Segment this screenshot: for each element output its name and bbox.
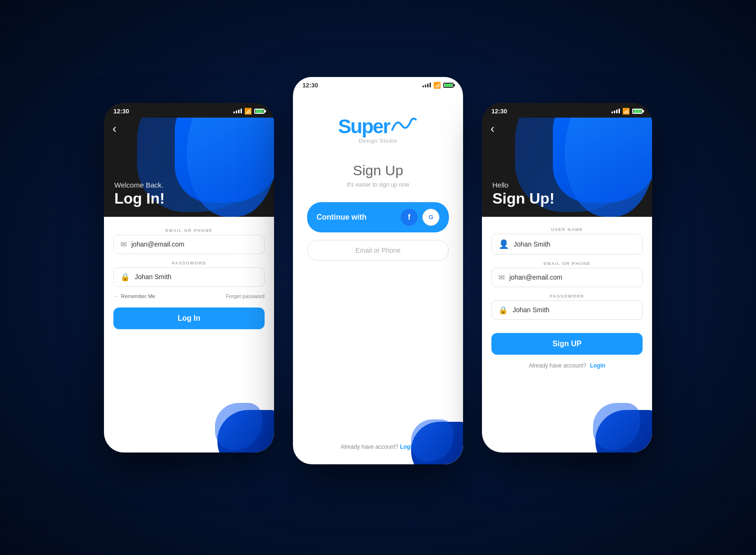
- bottom-wave-right: [581, 396, 652, 453]
- wifi-icon-right: 📶: [622, 108, 630, 115]
- username-field-group: USER NAME 👤 Johan Smith: [491, 227, 643, 255]
- status-bar-right: 12:30 📶: [482, 103, 652, 118]
- wifi-icon-center: 📶: [433, 82, 441, 89]
- password-input-right[interactable]: 🔒 Johan Smith: [491, 300, 643, 320]
- signup-form-phone: 12:30 📶: [482, 103, 652, 453]
- remember-row: → Remember Me Forget password: [113, 293, 265, 299]
- signup-subtitle: It's easier to sign up now: [347, 181, 409, 188]
- header-title-right: Sign Up!: [492, 190, 555, 207]
- email-label-right: EMAIL OR PHONE: [491, 261, 643, 266]
- email-value-left: johan@email.com: [131, 240, 184, 248]
- time-left: 12:30: [113, 108, 129, 115]
- email-field-group-left: EMAIL OR PHONE ✉ johan@email.com: [113, 228, 265, 254]
- signal-left: [233, 109, 242, 113]
- already-text-center: Already have account?: [341, 444, 398, 450]
- signup-title: Sign Up: [353, 162, 404, 179]
- password-field-group-left: PASSOWORD 🔒 Johan Smith: [113, 261, 265, 287]
- battery-left: [254, 109, 265, 114]
- header-subtitle-left: Welcome Back.: [114, 181, 165, 189]
- password-label-right: PASSOWORD: [491, 294, 643, 299]
- login-button[interactable]: Log In: [113, 307, 265, 329]
- login-phone: 12:30 📶: [104, 103, 274, 453]
- header-subtitle-right: Hello: [492, 181, 555, 189]
- password-label-left: PASSOWORD: [113, 261, 265, 265]
- continue-with-button[interactable]: Continue with f G: [307, 202, 449, 232]
- brand-logo: Super Design Studio: [338, 115, 418, 144]
- battery-right: [632, 109, 643, 114]
- email-phone-placeholder: Email or Phone: [355, 247, 401, 254]
- password-value-right: Johan Smith: [513, 306, 550, 314]
- bottom-wave-left: [203, 396, 274, 453]
- signup-button[interactable]: Sign UP: [491, 333, 643, 355]
- username-label: USER NAME: [491, 227, 643, 232]
- email-icon-left: ✉: [120, 240, 127, 249]
- status-icons-left: 📶: [233, 108, 265, 115]
- wifi-icon-left: 📶: [244, 108, 252, 115]
- already-account-center: Already have account? Login: [341, 444, 415, 450]
- facebook-icon[interactable]: f: [401, 209, 418, 226]
- status-icons-right: 📶: [611, 108, 643, 115]
- brand-script-icon: [390, 116, 418, 137]
- password-field-group-right: PASSOWORD 🔒 Johan Smith: [491, 294, 643, 320]
- remember-me[interactable]: → Remember Me: [113, 293, 155, 299]
- lock-icon-left: 🔒: [120, 273, 130, 282]
- back-button-left[interactable]: ‹: [112, 121, 117, 136]
- header-left: ‹ Welcome Back. Log In!: [104, 118, 274, 217]
- email-input-right[interactable]: ✉ johan@email.com: [491, 268, 643, 287]
- back-button-right[interactable]: ‹: [490, 121, 495, 136]
- user-icon: 👤: [498, 239, 509, 249]
- email-value-right: johan@email.com: [509, 273, 562, 281]
- google-icon[interactable]: G: [422, 209, 439, 226]
- status-bar-center: 12:30 📶: [293, 77, 463, 92]
- bottom-wave-center: [406, 417, 463, 464]
- brand-tagline: Design Studio: [359, 138, 397, 144]
- status-icons-center: 📶: [422, 82, 454, 89]
- header-right: ‹ Hello Sign Up!: [482, 118, 652, 217]
- status-bar-left: 12:30 📶: [104, 103, 274, 118]
- battery-center: [443, 83, 454, 88]
- login-link-right[interactable]: Login: [590, 362, 605, 369]
- signal-right: [611, 109, 620, 113]
- signal-center: [422, 83, 431, 87]
- header-title-left: Log In!: [114, 190, 165, 207]
- password-input-left[interactable]: 🔒 Johan Smith: [113, 267, 265, 287]
- signup-landing-phone: 12:30 📶 Super: [293, 77, 463, 464]
- brand-name-text: Super: [338, 115, 389, 138]
- social-icons: f G: [401, 209, 439, 226]
- email-icon-right: ✉: [498, 273, 505, 282]
- arrow-icon: →: [113, 293, 119, 299]
- email-label-left: EMAIL OR PHONE: [113, 228, 265, 233]
- forget-password-link[interactable]: Forget password: [226, 293, 265, 299]
- already-account-right: Already have account? Login: [491, 362, 643, 369]
- lock-icon-right: 🔒: [498, 306, 508, 315]
- time-center: 12:30: [302, 82, 318, 89]
- password-value-left: Johan Smith: [135, 273, 172, 281]
- username-input[interactable]: 👤 Johan Smith: [491, 234, 643, 255]
- email-field-group-right: EMAIL OR PHONE ✉ johan@email.com: [491, 261, 643, 287]
- brand-name-container: Super: [338, 115, 418, 138]
- email-phone-input-center[interactable]: Email or Phone: [307, 240, 449, 261]
- email-input-left[interactable]: ✉ johan@email.com: [113, 235, 265, 254]
- username-value: Johan Smith: [514, 240, 550, 248]
- remember-me-label: Remember Me: [121, 293, 155, 299]
- time-right: 12:30: [491, 108, 507, 115]
- center-phone-body: Super Design Studio Sign Up It's easier …: [293, 92, 463, 299]
- already-text-right: Already have account?: [529, 362, 586, 369]
- continue-with-label: Continue with: [317, 213, 367, 222]
